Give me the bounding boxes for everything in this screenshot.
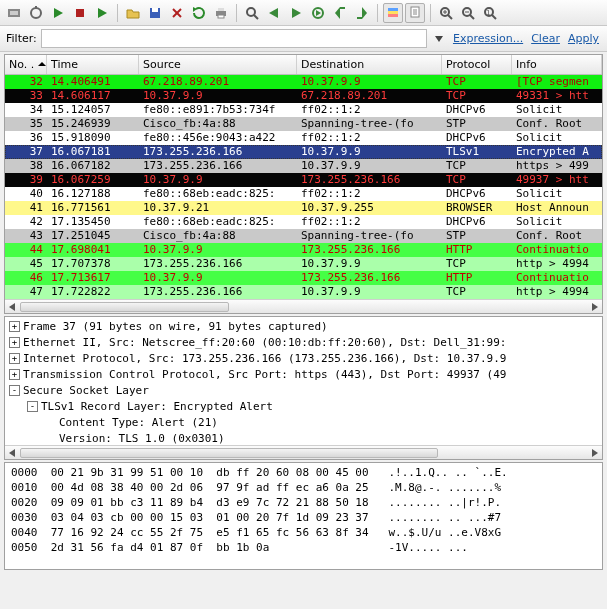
tree-node[interactable]: -TLSv1 Record Layer: Encrypted Alert	[9, 399, 598, 415]
display-filter-bar: Filter: Expression... Clear Apply	[0, 26, 607, 52]
cell-src: 173.255.236.166	[139, 257, 297, 271]
cell-no: 37	[5, 145, 47, 159]
colorize-icon[interactable]	[383, 3, 403, 23]
packet-row[interactable]: 3314.60611710.37.9.967.218.89.201TCP4933…	[5, 89, 602, 103]
cell-dst: 10.37.9.9	[297, 145, 442, 159]
cell-src: 10.37.9.9	[139, 89, 297, 103]
col-protocol[interactable]: Protocol	[442, 55, 512, 74]
tree-node[interactable]: +Frame 37 (91 bytes on wire, 91 bytes ca…	[9, 319, 598, 335]
packet-list-body[interactable]: 3214.40649167.218.89.20110.37.9.9TCP[TCP…	[5, 75, 602, 299]
svg-rect-13	[218, 8, 224, 11]
hscroll-thumb[interactable]	[20, 302, 229, 312]
close-icon[interactable]	[167, 3, 187, 23]
svg-point-2	[31, 8, 41, 18]
zoom-reset-icon[interactable]: 1	[480, 3, 500, 23]
collapse-icon[interactable]: -	[27, 401, 38, 412]
go-last-icon[interactable]	[352, 3, 372, 23]
scroll-left-icon[interactable]	[5, 446, 19, 460]
find-icon[interactable]	[242, 3, 262, 23]
hscroll-thumb[interactable]	[20, 448, 438, 458]
svg-marker-23	[362, 7, 367, 19]
cell-info: Host Announ	[512, 201, 602, 215]
packet-row[interactable]: 3515.246939Cisco_fb:4a:88Spanning-tree-(…	[5, 117, 602, 131]
packet-row[interactable]: 3816.067182173.255.236.16610.37.9.9TCPht…	[5, 159, 602, 173]
cell-dst: ff02::1:2	[297, 187, 442, 201]
zoom-in-icon[interactable]	[436, 3, 456, 23]
col-no[interactable]: No. .	[5, 55, 47, 74]
cell-proto: TCP	[442, 89, 512, 103]
goto-icon[interactable]	[308, 3, 328, 23]
cell-no: 33	[5, 89, 47, 103]
col-source[interactable]: Source	[139, 55, 297, 74]
interfaces-icon[interactable]	[4, 3, 24, 23]
col-info[interactable]: Info	[512, 55, 602, 74]
cell-info: Solicit	[512, 131, 602, 145]
packet-row[interactable]: 4717.722822173.255.236.16610.37.9.9TCPht…	[5, 285, 602, 299]
packet-row[interactable]: 4317.251045Cisco_fb:4a:88Spanning-tree-(…	[5, 229, 602, 243]
expand-icon[interactable]: +	[9, 353, 20, 364]
hex-dump[interactable]: 0000 00 21 9b 31 99 51 00 10 db ff 20 60…	[5, 463, 602, 557]
packet-row[interactable]: 4517.707378173.255.236.16610.37.9.9TCPht…	[5, 257, 602, 271]
apply-button[interactable]: Apply	[566, 32, 601, 45]
expression-button[interactable]: Expression...	[451, 32, 525, 45]
packet-row[interactable]: 3916.06725910.37.9.9173.255.236.166TCP49…	[5, 173, 602, 187]
autoscroll-icon[interactable]	[405, 3, 425, 23]
details-hscrollbar[interactable]	[5, 445, 602, 459]
tree-node[interactable]: +Internet Protocol, Src: 173.255.236.166…	[9, 351, 598, 367]
svg-line-16	[254, 15, 258, 19]
packet-row[interactable]: 4617.71361710.37.9.9173.255.236.166HTTPC…	[5, 271, 602, 285]
col-time[interactable]: Time	[47, 55, 139, 74]
filter-input[interactable]	[41, 29, 427, 48]
tree-node[interactable]: +Ethernet II, Src: Netscree_ff:20:60 (00…	[9, 335, 598, 351]
capture-restart-icon[interactable]	[92, 3, 112, 23]
scroll-right-icon[interactable]	[588, 300, 602, 314]
cell-dst: 173.255.236.166	[297, 173, 442, 187]
reload-icon[interactable]	[189, 3, 209, 23]
expand-icon[interactable]: +	[9, 369, 20, 380]
tree-node-label: TLSv1 Record Layer: Encrypted Alert	[41, 399, 273, 415]
tree-node-label: Version: TLS 1.0 (0x0301)	[59, 431, 225, 445]
cell-dst: ff02::1:2	[297, 103, 442, 117]
save-icon[interactable]	[145, 3, 165, 23]
toolbar-separator	[377, 4, 378, 22]
packet-row[interactable]: 4116.77156110.37.9.2110.37.9.255BROWSERH…	[5, 201, 602, 215]
packet-details-tree[interactable]: +Frame 37 (91 bytes on wire, 91 bytes ca…	[5, 317, 602, 445]
cell-info: https > 499	[512, 159, 602, 173]
go-first-icon[interactable]	[330, 3, 350, 23]
open-icon[interactable]	[123, 3, 143, 23]
cell-time: 16.067259	[47, 173, 139, 187]
packet-list-hscrollbar[interactable]	[5, 299, 602, 313]
capture-start-icon[interactable]	[48, 3, 68, 23]
go-back-icon[interactable]	[264, 3, 284, 23]
print-icon[interactable]	[211, 3, 231, 23]
cell-time: 17.698041	[47, 243, 139, 257]
scroll-right-icon[interactable]	[588, 446, 602, 460]
packet-row[interactable]: 4016.127188fe80::68eb:eadc:825:ff02::1:2…	[5, 187, 602, 201]
tree-node-label: Internet Protocol, Src: 173.255.236.166 …	[23, 351, 506, 367]
zoom-out-icon[interactable]	[458, 3, 478, 23]
collapse-icon[interactable]: -	[9, 385, 20, 396]
clear-button[interactable]: Clear	[529, 32, 562, 45]
cell-no: 39	[5, 173, 47, 187]
expand-icon[interactable]: +	[9, 337, 20, 348]
cell-time: 17.251045	[47, 229, 139, 243]
col-destination[interactable]: Destination	[297, 55, 442, 74]
packet-row[interactable]: 3716.067181173.255.236.16610.37.9.9TLSv1…	[5, 145, 602, 159]
scroll-left-icon[interactable]	[5, 300, 19, 314]
tree-node[interactable]: +Transmission Control Protocol, Src Port…	[9, 367, 598, 383]
packet-row[interactable]: 3415.124057fe80::e891:7b53:734fff02::1:2…	[5, 103, 602, 117]
filter-dropdown-icon[interactable]	[431, 29, 447, 48]
capture-stop-icon[interactable]	[70, 3, 90, 23]
packet-row[interactable]: 4417.69804110.37.9.9173.255.236.166HTTPC…	[5, 243, 602, 257]
capture-options-icon[interactable]	[26, 3, 46, 23]
packet-row[interactable]: 4217.135450fe80::68eb:eadc:825:ff02::1:2…	[5, 215, 602, 229]
go-forward-icon[interactable]	[286, 3, 306, 23]
tree-node[interactable]: Content Type: Alert (21)	[9, 415, 598, 431]
expand-icon[interactable]: +	[9, 321, 20, 332]
tree-node[interactable]: Version: TLS 1.0 (0x0301)	[9, 431, 598, 445]
svg-rect-27	[388, 14, 398, 17]
tree-node[interactable]: -Secure Socket Layer	[9, 383, 598, 399]
cell-src: 173.255.236.166	[139, 145, 297, 159]
packet-row[interactable]: 3214.40649167.218.89.20110.37.9.9TCP[TCP…	[5, 75, 602, 89]
packet-row[interactable]: 3615.918090fe80::456e:9043:a422ff02::1:2…	[5, 131, 602, 145]
